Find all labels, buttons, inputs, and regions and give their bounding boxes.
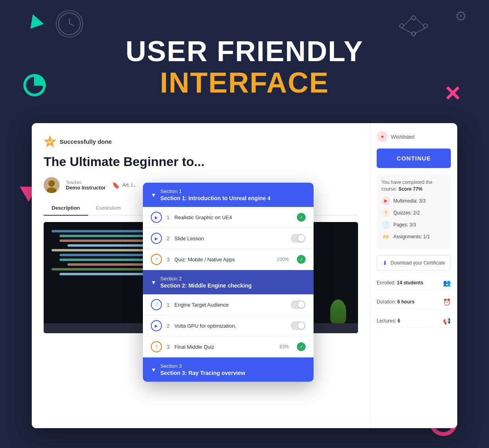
section3-header: ▼ Section 3 Section 3: Ray Tracing overv… — [143, 357, 314, 382]
stat-quizzes: ? Quizzes: 2/2 — [381, 209, 446, 217]
section3-label: Section 3 — [160, 363, 245, 369]
meta-lectures: Lectures: 6 📢 — [377, 315, 451, 328]
lesson-2-2-name: Volta GPU for optimization. — [174, 323, 286, 329]
svg-marker-11 — [44, 136, 56, 147]
lesson-1-2[interactable]: ▶ 2 Slide Lesson — [143, 228, 314, 249]
assignments-text: Assignments: 1/1 — [393, 234, 430, 239]
duration-icon: ⏰ — [443, 298, 451, 306]
hero-title-line2: INTERFACE — [0, 67, 489, 98]
section2-title: Section 2: Middle Engine checking — [160, 282, 252, 289]
section2-header: ▼ Section 2 Section 2: Middle Engine che… — [143, 270, 314, 294]
pages-text: Pages: 3/3 — [393, 222, 416, 228]
lesson-1-3-name: Quiz: Mobile / Native Apps — [174, 257, 272, 263]
enrolled-icon: 👥 — [443, 279, 451, 287]
multimedia-text: Multimedia: 3/3 — [393, 198, 425, 204]
lesson-2-3[interactable]: ? 3 Final Middle Quiz 83% ✓ — [143, 336, 314, 357]
success-text: Successfully done — [60, 138, 112, 145]
hero-title-line1: USER FRIENDLY — [0, 36, 489, 67]
section3-chevron: ▼ — [151, 367, 156, 373]
tab-curriculum[interactable]: Curriculum — [88, 201, 129, 215]
curriculum-popup: ▼ Section 1 Section 1: Introduction to U… — [143, 183, 314, 382]
completion-title: You have completed the course: Score 77% — [381, 179, 446, 193]
completion-box: You have completed the course: Score 77%… — [377, 174, 451, 249]
lesson-1-1[interactable]: ▶ 1 Realistic Graphic on UE4 ✓ — [143, 207, 314, 228]
lesson-2-1-name: Engine Target Audience — [174, 302, 286, 308]
section1-label: Section 1 — [160, 188, 271, 194]
stat-pages: 📄 Pages: 3/3 — [381, 220, 446, 229]
svg-point-12 — [48, 180, 55, 187]
lesson-1-3[interactable]: ? 3 Quiz: Mobile / Native Apps 100% ✓ — [143, 249, 314, 270]
tab-description[interactable]: Description — [44, 201, 88, 215]
quizzes-icon: ? — [381, 209, 390, 217]
section1-chevron: ▼ — [151, 192, 156, 198]
lesson-2-3-score: 83% — [279, 344, 289, 350]
lesson-1-2-name: Slide Lesson — [174, 236, 286, 241]
wishlisted-text: Wishlisted — [391, 134, 414, 140]
lesson-1-2-icon: ▶ — [151, 233, 162, 244]
download-icon: ⬇ — [383, 260, 387, 266]
lesson-1-1-icon: ▶ — [151, 212, 162, 223]
lesson-2-3-name: Final Middle Quiz — [174, 344, 275, 350]
download-certificate-button[interactable]: ⬇ Download your Certificate — [377, 255, 451, 270]
lesson-1-1-num: 1 — [167, 214, 169, 220]
stat-assignments: AB Assignments: 1/1 — [381, 232, 446, 241]
lesson-2-2[interactable]: ▶ 2 Volta GPU for optimization. — [143, 315, 314, 336]
lesson-2-1-toggle[interactable] — [291, 300, 306, 309]
section3-title: Section 3: Ray Tracing overview — [160, 370, 245, 376]
lectures-label: Lectures: 6 — [377, 318, 400, 324]
enrolled-label: Enrolled: 14 students — [377, 280, 423, 286]
card-right: ♥ Wishlisted CONTINUE You have completed… — [370, 123, 457, 428]
lesson-2-1[interactable]: 📄 1 Engine Target Audience — [143, 294, 314, 315]
lesson-1-1-check: ✓ — [297, 213, 306, 222]
lesson-2-2-num: 2 — [167, 323, 169, 329]
lesson-1-3-check: ✓ — [297, 255, 306, 264]
success-icon — [44, 135, 56, 148]
lesson-1-3-num: 3 — [167, 257, 169, 263]
lectures-icon: 📢 — [443, 317, 451, 325]
lesson-1-1-name: Realistic Graphic on UE4 — [174, 214, 292, 220]
meta-duration: Duration: 6 hours ⏰ — [377, 296, 451, 309]
lesson-1-2-toggle[interactable] — [291, 234, 306, 243]
success-badge: Successfully done — [44, 135, 358, 148]
lesson-2-3-num: 3 — [167, 344, 169, 350]
instructor-name: Demo Instructor — [66, 185, 106, 191]
wishlisted-row: ♥ Wishlisted — [377, 131, 451, 142]
category-info: 🔖 Art, I... — [112, 182, 136, 189]
download-label: Download your Certificate — [391, 260, 445, 266]
hero-section: USER FRIENDLY INTERFACE — [0, 0, 489, 98]
lesson-1-3-score: 100% — [277, 257, 289, 262]
instructor-info: Teacher Demo Instructor — [66, 180, 106, 191]
lesson-2-1-icon: 📄 — [151, 299, 162, 310]
quizzes-text: Quizzes: 2/2 — [393, 210, 420, 216]
instructor-label: Teacher — [66, 180, 106, 185]
lesson-2-1-num: 1 — [167, 302, 169, 308]
duration-label: Duration: 6 hours — [377, 299, 414, 305]
lesson-1-2-num: 2 — [167, 236, 169, 241]
lesson-2-2-icon: ▶ — [151, 320, 162, 331]
category-text: Art, I... — [122, 182, 136, 188]
lesson-1-3-icon: ? — [151, 254, 162, 265]
heart-icon: ♥ — [377, 131, 388, 142]
section2-label: Section 2 — [160, 276, 252, 282]
section2-chevron: ▼ — [151, 279, 156, 286]
multimedia-icon: ▶ — [381, 197, 390, 205]
meta-enrolled: Enrolled: 14 students 👥 — [377, 277, 451, 290]
course-title: The Ultimate Beginner to... — [44, 154, 358, 169]
bookmark-icon: 🔖 — [112, 182, 120, 189]
avatar — [44, 177, 60, 193]
continue-button[interactable]: CONTINUE — [377, 149, 451, 168]
lesson-2-2-toggle[interactable] — [291, 321, 306, 330]
lesson-2-3-icon: ? — [151, 341, 162, 352]
section1-title: Section 1: Introduction to Unreal engine… — [160, 195, 271, 201]
main-card: Successfully done The Ultimate Beginner … — [32, 123, 457, 428]
lesson-2-3-check: ✓ — [297, 342, 306, 351]
svg-point-13 — [47, 187, 56, 193]
section1-header: ▼ Section 1 Section 1: Introduction to U… — [143, 183, 314, 207]
assignments-icon: AB — [381, 232, 390, 241]
pages-icon: 📄 — [381, 220, 390, 229]
stat-multimedia: ▶ Multimedia: 3/3 — [381, 197, 446, 205]
